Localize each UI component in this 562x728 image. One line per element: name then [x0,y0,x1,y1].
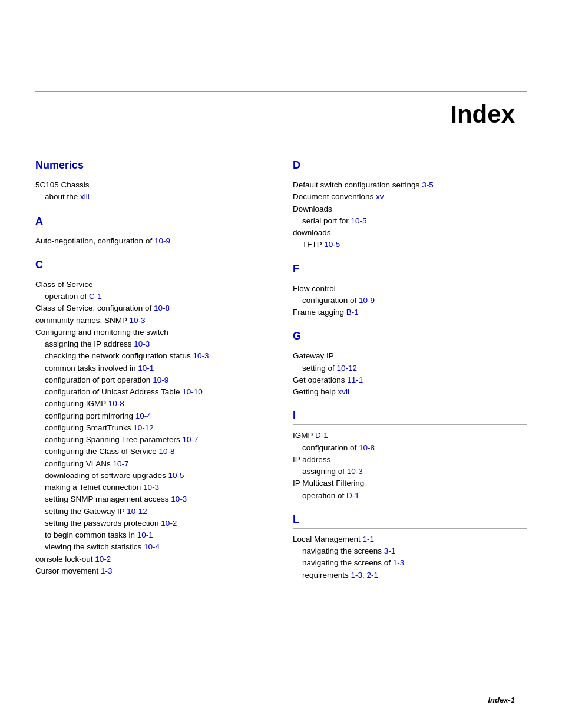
sub-telnet: making a Telnet connection 10-3 [35,482,269,493]
sub-tftp: TFTP 10-5 [293,239,527,251]
link-10-3-net[interactable]: 10-3 [193,351,209,360]
entry-igmp: IGMP D-1 configuration of 10-8 [293,430,527,454]
link-10-12-gw[interactable]: 10-12 [127,507,147,516]
entry-cursor: Cursor movement 1-3 [35,565,269,577]
entry-default-config: Default switch configuration settings 3-… [293,179,527,191]
sub-cos-op: operation of C-1 [35,291,269,302]
rule-c [35,274,269,274]
link-10-3-ipassign[interactable]: 10-3 [347,467,363,476]
link-xv[interactable]: xv [376,192,384,201]
link-10-7-span[interactable]: 10-7 [182,435,198,444]
heading-g: G [293,330,527,342]
section-f: F Flow control configuration of 10-9 Fra… [293,263,527,319]
section-d: D Default switch configuration settings … [293,159,527,251]
section-a: A Auto-negotiation, configuration of 10-… [35,215,269,247]
link-10-1-begin[interactable]: 10-1 [137,531,153,539]
link-10-12-smart[interactable]: 10-12 [133,423,154,432]
link-c1[interactable]: C-1 [89,292,102,301]
sub-igmp-config: configuration of 10-8 [293,442,527,454]
link-1-3-cursor[interactable]: 1-3 [101,566,113,575]
heading-numerics: Numerics [35,159,269,172]
link-10-8-cos2[interactable]: 10-8 [159,447,175,456]
link-10-3-telnet[interactable]: 10-3 [143,483,159,492]
entry-downloads: Downloads serial port for 10-5 [293,203,527,228]
entry-autoneg: Auto-negotiation, configuration of 10-9 [35,235,269,247]
page: Index Numerics 5C105 Chassis about the x… [0,0,562,728]
link-10-1-tasks[interactable]: 10-1 [138,364,154,373]
content-columns: Numerics 5C105 Chassis about the xiii A … [35,159,527,593]
link-10-12-gwset[interactable]: 10-12 [337,364,358,373]
sub-common-tasks: common tasks involved in 10-1 [35,363,269,374]
link-10-8-igmp[interactable]: 10-8 [108,399,124,408]
link-d1-mc[interactable]: D-1 [346,491,359,500]
heading-c: C [35,259,269,271]
link-xvii[interactable]: xvii [338,387,350,396]
link-b1[interactable]: B-1 [346,308,359,317]
link-10-10[interactable]: 10-10 [182,387,203,396]
section-numerics: Numerics 5C105 Chassis about the xiii [35,159,269,203]
entry-configuring: Configuring and monitoring the switch as… [35,327,269,554]
sub-gw-ip: setting the Gateway IP 10-12 [35,506,269,518]
link-10-3-ip[interactable]: 10-3 [134,340,150,348]
entry-local-mgmt: Local Management 1-1 navigating the scre… [293,533,527,581]
sub-stats: viewing the switch statistics 10-4 [35,541,269,553]
sub-begin-tasks: to begin common tasks in 10-1 [35,529,269,541]
entry-flow: Flow control configuration of 10-9 [293,283,527,307]
link-10-3-snmp[interactable]: 10-3 [171,495,187,503]
heading-a: A [35,215,269,228]
link-10-9-port[interactable]: 10-9 [153,375,168,384]
section-l: L Local Management 1-1 navigating the sc… [293,513,527,581]
link-10-5-tftp[interactable]: 10-5 [324,240,340,249]
entry-doc-conv: Document conventions xv [293,191,527,203]
link-1-1[interactable]: 1-1 [363,535,375,543]
sub-port-op: configuration of port operation 10-9 [35,374,269,386]
sub-unicast: configuration of Unicast Address Table 1… [35,386,269,398]
link-10-2-pw[interactable]: 10-2 [161,519,177,528]
link-10-7-vlan[interactable]: 10-7 [113,459,129,468]
rule-numerics [35,174,269,174]
entry-frame-tag: Frame tagging B-1 [293,307,527,318]
link-1-3-2-1[interactable]: 1-3, 2-1 [351,571,379,579]
entry-5c105: 5C105 Chassis about the xiii [35,179,269,203]
top-rule [35,91,527,92]
heading-d: D [293,159,527,172]
sub-cos2: configuring the Class of Service 10-8 [35,446,269,457]
link-10-8-igmp2[interactable]: 10-8 [359,443,375,452]
section-g: G Gateway IP setting of 10-12 Get operat… [293,330,527,398]
entry-downloads2: downloads TFTP 10-5 [293,227,527,251]
sub-serial: serial port for 10-5 [293,215,527,227]
link-11-1[interactable]: 11-1 [347,375,363,384]
rule-f [293,278,527,278]
link-d1-igmp[interactable]: D-1 [315,431,328,440]
link-10-5-serial[interactable]: 10-5 [351,216,367,225]
rule-l [293,528,527,529]
link-xiii[interactable]: xiii [80,192,90,201]
right-column: D Default switch configuration settings … [293,159,527,593]
sub-requirements: requirements 1-3, 2-1 [293,569,527,581]
link-10-2-console[interactable]: 10-2 [95,555,111,564]
rule-a [35,230,269,230]
link-10-9-autoneg[interactable]: 10-9 [154,236,170,245]
link-10-9-flow[interactable]: 10-9 [359,296,375,305]
entry-gateway: Gateway IP setting of 10-12 [293,350,527,374]
link-10-8-cos[interactable]: 10-8 [154,304,170,312]
entry-cos-config: Class of Service, configuration of 10-8 [35,302,269,314]
sub-download-sw: downloading of software upgrades 10-5 [35,470,269,482]
heading-l: L [293,513,527,526]
sub-passwords: setting the passwords protection 10-2 [35,518,269,529]
link-10-3-community[interactable]: 10-3 [130,316,146,325]
link-3-5[interactable]: 3-5 [422,180,434,189]
entry-get-ops: Get operations 11-1 [293,374,527,386]
sub-ip-assigning: assigning of 10-3 [293,466,527,477]
entry-cos: Class of Service operation of C-1 [35,279,269,303]
link-10-4-mirror[interactable]: 10-4 [135,411,151,420]
entry-community: community names, SNMP 10-3 [35,315,269,327]
link-10-4-stats[interactable]: 10-4 [144,542,160,551]
entry-getting-help: Getting help xvii [293,386,527,398]
link-1-3-nav[interactable]: 1-3 [393,558,405,567]
entry-console: console lock-out 10-2 [35,554,269,565]
sub-nav-screens: navigating the screens 3-1 [293,545,527,557]
link-3-1[interactable]: 3-1 [384,546,396,555]
section-c: C Class of Service operation of C-1 Clas… [35,259,269,577]
link-10-5-dl[interactable]: 10-5 [168,471,184,480]
